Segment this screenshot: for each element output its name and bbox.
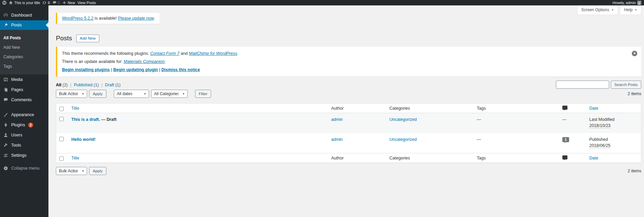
column-date[interactable]: Date (589, 106, 598, 111)
screen-options-label: Screen Options (581, 7, 609, 12)
sidebar-label-plugins: Plugins (11, 123, 25, 127)
date-status: Published (589, 137, 638, 142)
column-title[interactable]: Title (71, 156, 79, 160)
table-body: This is a draft. — Draft admin Uncategor… (56, 113, 641, 153)
date-value: 2018/06/25 (589, 143, 611, 148)
row-checkbox[interactable] (59, 117, 64, 121)
help-tab[interactable]: Help ▼ (620, 5, 641, 15)
dismiss-notice-icon[interactable]: ✕ (632, 51, 637, 56)
column-author: Author (331, 106, 344, 111)
begin-installing-plugins-link[interactable]: Begin installing plugins (62, 67, 110, 72)
materialis-companion-link[interactable]: Materialis Companion (124, 59, 165, 64)
theme-notice-actions: Begin installing plugins | Begin updatin… (62, 67, 637, 72)
page-title: Posts (56, 35, 72, 42)
comments-menu[interactable]: 0 (53, 1, 60, 5)
wordpress-logo-menu[interactable]: W (2, 1, 6, 5)
date-value: 2018/10/23 (589, 123, 611, 128)
new-menu[interactable]: New (62, 1, 75, 5)
filter-button[interactable]: Filter (195, 90, 211, 98)
my-account-menu[interactable]: Howdy, admin (612, 1, 641, 5)
sidebar-item-tools[interactable]: Tools (0, 140, 48, 150)
tags-empty-dash: — (477, 117, 481, 122)
bulk-actions-select-bottom[interactable]: Bulk Actions (56, 167, 87, 175)
sidebar-item-users[interactable]: Users (0, 130, 48, 140)
column-categories: Categories (390, 106, 410, 111)
category-link[interactable]: Uncategorized (390, 117, 417, 122)
sidebar-item-plugins[interactable]: Plugins 2 (0, 120, 48, 130)
column-author: Author (331, 156, 344, 160)
sidebar-item-settings[interactable]: Settings (0, 150, 48, 160)
sidebar-item-comments[interactable]: Comments (0, 95, 48, 105)
site-menu[interactable]: This is your title (9, 1, 40, 5)
sidebar-label-dashboard: Dashboard (11, 13, 32, 18)
begin-updating-plugin-link[interactable]: Begin updating plugin (113, 67, 158, 72)
items-count-top: 2 items (628, 91, 641, 96)
search-input[interactable] (556, 81, 609, 89)
column-tags: Tags (477, 106, 486, 111)
mailchimp-link[interactable]: MailChimp for WordPress (189, 51, 237, 56)
chevron-down-icon: ▼ (611, 8, 614, 12)
post-title-link[interactable]: Hello world! (71, 137, 96, 142)
chevron-down-icon: ▼ (635, 8, 637, 12)
select-all-checkbox[interactable] (59, 107, 64, 111)
media-icon (3, 77, 8, 82)
view-published-link[interactable]: Published (74, 83, 92, 87)
post-state-text: — Draft (101, 117, 117, 122)
search-posts-button[interactable]: Search Posts (611, 81, 641, 89)
categories-filter-select[interactable]: All Categories (151, 90, 188, 98)
collapse-menu-button[interactable]: Collapse menu (0, 163, 48, 173)
header-row: Title Author Categories Tags Date (56, 104, 641, 113)
view-published-count: (1) (94, 83, 99, 87)
help-label: Help (624, 7, 632, 12)
sidebar-item-appearance[interactable]: Appearance (0, 110, 48, 120)
avatar (637, 1, 641, 5)
theme-notice-line1-end: . (237, 51, 238, 56)
column-date[interactable]: Date (589, 156, 598, 160)
categories-select-wrap: All Categories ▼ (151, 90, 188, 98)
sidebar-label-posts: Posts (11, 23, 22, 27)
submenu-all-posts[interactable]: All Posts (3, 33, 47, 43)
updates-menu[interactable]: 6 (42, 1, 50, 5)
update-notice-text: is available! (94, 16, 118, 21)
post-title-link[interactable]: This is a draft. (71, 117, 100, 122)
settings-sliders-icon (3, 153, 8, 158)
view-all-link[interactable]: All (56, 83, 61, 87)
date-status: Last Modified (589, 117, 638, 122)
column-title[interactable]: Title (71, 106, 79, 111)
admin-sidebar: Dashboard Posts All Posts Add New Catego… (0, 5, 48, 217)
comment-count-bubble[interactable]: 1 (562, 137, 569, 142)
apply-button[interactable]: Apply (89, 90, 106, 98)
author-link[interactable]: admin (331, 137, 343, 142)
contact-form-7-link[interactable]: Contact Form 7 (150, 51, 180, 56)
select-all-checkbox[interactable] (59, 156, 64, 161)
add-new-button[interactable]: Add New (76, 35, 100, 42)
admin-bar-right: Howdy, admin (612, 1, 644, 5)
theme-notice-line2-end: . (165, 59, 166, 64)
sidebar-item-pages[interactable]: Pages (0, 85, 48, 95)
view-posts-menu[interactable]: View Posts (78, 1, 96, 5)
sidebar-item-media[interactable]: Media (0, 74, 48, 85)
apply-button-bottom[interactable]: Apply (89, 167, 106, 175)
wordpress-version-link[interactable]: WordPress 5.2.2 (62, 16, 94, 21)
wordpress-logo-icon: W (2, 1, 6, 5)
howdy-label: Howdy, admin (612, 1, 636, 5)
submenu-tags[interactable]: Tags (3, 62, 47, 71)
dismiss-this-notice-link[interactable]: Dismiss this notice (161, 67, 200, 72)
sidebar-label-comments: Comments (11, 97, 32, 102)
separator: | (159, 67, 160, 72)
row-checkbox[interactable] (59, 137, 64, 141)
sidebar-item-posts[interactable]: Posts (0, 20, 48, 30)
bulk-actions-select[interactable]: Bulk Actions (56, 90, 87, 98)
author-link[interactable]: admin (331, 117, 343, 122)
please-update-link[interactable]: Please update now (118, 16, 154, 21)
view-draft-link[interactable]: Draft (105, 83, 114, 87)
items-count-bottom: 2 items (628, 169, 641, 173)
screen-options-tab[interactable]: Screen Options ▼ (577, 5, 618, 15)
table-row-draft: This is a draft. — Draft admin Uncategor… (56, 113, 641, 133)
submenu-add-new[interactable]: Add New (3, 43, 47, 52)
dates-filter-select[interactable]: All dates (114, 90, 149, 98)
category-link[interactable]: Uncategorized (390, 137, 417, 142)
footer-row: Title Author Categories Tags Date (56, 153, 641, 163)
sidebar-item-dashboard[interactable]: Dashboard (0, 10, 48, 20)
submenu-categories[interactable]: Categories (3, 52, 47, 62)
